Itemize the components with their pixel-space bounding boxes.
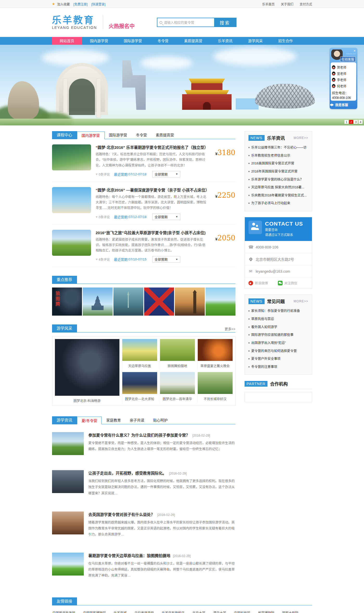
article-title[interactable]: 去英国游学夏令营对孩子有什么益处？ [88,512,155,517]
article-thumbnail[interactable] [52,553,84,576]
login-link[interactable]: [快速登录] [91,2,106,6]
service-teacher-li[interactable]: 李老师 [332,76,355,83]
friend-link[interactable]: 乌拉盖旅游局 [135,610,154,613]
nav-item-news[interactable]: 乐羊资讯 [210,37,240,45]
recommend-image-green-field[interactable] [206,288,235,316]
sidebar-news-item[interactable]: 乐央教育2016年暑期夏令营招生正式... [248,191,308,200]
friend-link[interactable]: 中国图书批发网 [53,610,75,613]
sidebar-news-item[interactable]: 为了孩子必须马上行动起来 [248,199,308,207]
session-select[interactable]: 全部营期 ▼ [152,256,180,263]
weibo-link[interactable]: 新浪微博 [248,280,268,285]
friend-link[interactable]: 乐羊京东旗舰店 [162,610,185,613]
course-tab-quality[interactable]: 素质提高营 [151,131,178,139]
friend-link[interactable]: 北京大学 [192,610,205,613]
gallery-item[interactable]: 狼图腾拍摄地 [160,339,195,370]
gallery-item[interactable]: 天边草原乌拉盖 [122,339,157,370]
sidebar-faq-item[interactable]: 家长须知：参加夏令营的行前准备 [248,307,308,315]
sidebar-faq-item[interactable]: 草原风俗与禁忌 [248,315,308,323]
sidebar-faq-item[interactable]: 国际游学你应该知道的那些事 [248,331,308,339]
add-favorite-link[interactable]: 加入收藏 [57,2,70,6]
gallery-item[interactable]: 草原盛宴之篝火晚会 [197,339,233,370]
article-title[interactable]: 暑期游学夏令营天边草原乌拉盖：狼图腾拍摄地 [88,553,170,558]
sidebar-news-item[interactable]: 乐羊公益赠书第三年：不忘初心——访 [248,144,308,152]
nav-item-gallery[interactable]: 游学风采 [240,37,271,45]
nav-item-home[interactable]: 网站首页 [52,37,82,45]
close-icon[interactable]: × [354,49,356,53]
article-title[interactable]: 让孩子走出去，开拓视野，感受教育国际化。 [88,470,167,476]
friend-links-label: 友情链接 [52,597,77,605]
friend-link[interactable]: 中国科技馆 [234,610,250,613]
session-select[interactable]: 全部营期 ▼ [152,171,180,177]
gallery-item[interactable]: 不到长城非好汉 [197,372,233,403]
sidebar-faq-item[interactable]: 冬令营的注意事项 [248,363,308,371]
banner-page-4[interactable]: 4 [359,120,362,124]
friend-link[interactable]: 故宫博物院 [258,610,274,613]
search-input[interactable] [162,18,214,27]
nav-item-international-camp[interactable]: 国际游学营 [116,37,150,45]
i-am-service-button[interactable]: 我是客服 [331,101,356,108]
nav-item-winter-camp[interactable]: 冬令营 [150,37,176,45]
sidebar-faq-item[interactable]: 夏令营的来历与如何选择夏令营 [248,347,308,355]
service-teacher-he2[interactable]: 何老师 [332,83,355,89]
recommend-image-wolf-totem[interactable]: 狼图腾 [52,288,82,316]
course-title[interactable]: “圆梦·北京2016” —暑假深度游学夏令营（亲子型 小孩不占床位） [96,187,208,193]
friend-link[interactable]: 国家大剧院 [282,610,298,613]
logo[interactable]: 乐羊教育 LEYANG EDUCATION [52,15,97,30]
article-summary: 在乌拉盖大草原，你绝对看不见一丝一毫裸露的石头和沙土，就是一座座山都长满了绿绿的… [88,561,235,579]
news-tab-family-education[interactable]: 家庭教育 [102,416,125,424]
search-button[interactable]: 搜索 [214,18,236,27]
article-title[interactable]: 参加夏令营有什么意义？为什么让我们的孩子参加夏令营？ [88,432,190,438]
friend-link[interactable]: 清华大学 [213,610,226,613]
course-tab-winter[interactable]: 冬令营 [132,131,151,139]
sidebar-faq-more-link[interactable]: MORE>> [293,299,308,303]
banner-page-1[interactable]: 1 [344,120,348,124]
wechat-link[interactable]: 关注微信 [278,280,297,285]
service-teacher-he[interactable]: 贺老师 [332,64,355,70]
recommend-image-statue-of-liberty[interactable] [113,288,143,316]
gallery-item[interactable]: 圆梦北京---百年清华 [160,372,195,403]
gallery-featured-photo[interactable]: 圆梦北京-科海畅游 [55,339,119,403]
nav-item-cooperation[interactable]: 招生合作 [271,37,301,45]
friend-link[interactable]: 中国国家博物馆 [83,610,106,613]
sidebar-news-more-link[interactable]: MORE>> [293,136,308,140]
friend-link[interactable]: 乐羊商城 [114,610,127,613]
sidebar-news-item[interactable]: 乐羊教育招生老师信息公示 [248,152,308,160]
topbar-home-link[interactable]: 乐羊首页 [262,2,274,6]
topbar-about-link[interactable]: 关于我们 [281,2,293,6]
course-thumbnail-grassland[interactable] [52,230,91,256]
banner-page-2[interactable]: 2 [349,120,353,124]
article-thumbnail[interactable] [52,470,84,493]
register-link[interactable]: [免费注册] [73,2,88,6]
news-tab-parent-child-reading[interactable]: 亲子共读 [125,416,149,424]
banner-page-3[interactable]: 3 [354,120,358,124]
sidebar-faq-item[interactable]: 看外国人如何游学 [248,323,308,331]
sidebar-news-item[interactable]: 2016美国国际夏令营正式开营 [248,159,308,168]
nav-item-quality-camp[interactable]: 素质提高营 [176,37,210,45]
sidebar-news-item[interactable]: 2016年英国国际夏令营正式开营 [248,168,308,176]
topbar-payment-link[interactable]: 支付方式 [299,2,312,6]
gallery-item[interactable]: 圆梦北京---北大求知 [122,372,157,403]
sidebar-news-item[interactable]: 天边草原乌拉盖 探索大自然2016暑... [248,183,308,191]
course-tab-domestic[interactable]: 国内游学营 [77,131,105,139]
recommend-image-temple-of-heaven[interactable] [83,288,113,316]
sidebar-faq-item[interactable]: 出国游学出入境别“犯忌” [248,339,308,347]
session-select[interactable]: 全部营期 ▼ [152,214,180,220]
recommend-image-uk-flag[interactable] [144,288,174,316]
sidebar-faq-item[interactable]: 夏令营户外安全事项 [248,355,308,363]
nav-item-domestic-camp[interactable]: 国内游学营 [82,37,116,45]
sidebar-news-item[interactable]: 乐羊游学夏令营的核心宗旨是什么？ [248,176,308,184]
course-title[interactable]: “圆梦·北京2016” 乐羊暑期游学夏令营正式开始报名了（独立型） [96,144,208,150]
gallery-more-link[interactable]: 更多>> [225,326,235,332]
course-thumbnail-beijing-kids[interactable] [52,187,91,213]
article-thumbnail[interactable] [52,512,84,534]
course-tab-international[interactable]: 国际游学营 [105,131,132,139]
news-tab-summer-winter-camp[interactable]: 夏/冬令营 [77,417,102,424]
course-thumbnail-great-wall[interactable] [52,144,91,170]
service-teacher-xuan[interactable]: 宣老师 [332,70,355,76]
course-title[interactable]: 2016“放飞之旅”乌拉盖大草原游学夏令营(亲子型 小孩不占床位) [96,230,208,235]
recent-session-label: 最近营期: [114,172,129,177]
banner-landmark-gate [56,63,108,115]
article-thumbnail[interactable] [52,432,84,455]
recommend-image-big-ben[interactable] [175,288,205,316]
news-tab-care[interactable]: 贴心呵护 [149,416,172,424]
